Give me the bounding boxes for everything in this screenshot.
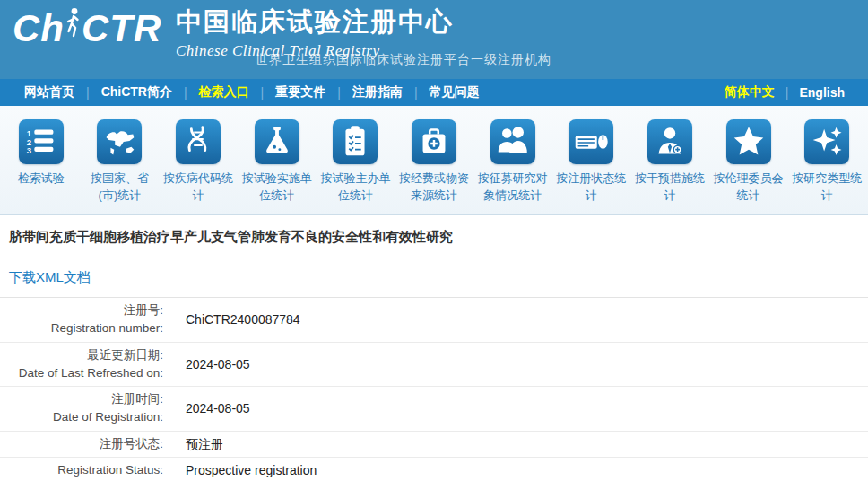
toolbar-item-label: 按国家、省(市)统计 xyxy=(82,171,156,205)
sparkles-icon xyxy=(804,119,849,164)
chictr-page: Ch CTR 中国临床试验注册中心 Chinese Clinical Trial… xyxy=(0,0,868,481)
toolbar-item[interactable]: 按疾病代码统计 xyxy=(159,106,238,214)
flask-icon xyxy=(255,119,299,164)
table-row: 注册号:Registration number:ChiCTR2400087784 xyxy=(0,298,868,343)
toolbar-item[interactable]: 按国家、省(市)统计 xyxy=(81,106,160,214)
toolbar-item[interactable]: 按试验主办单位统计 xyxy=(317,106,395,214)
toolbar-item-label: 按伦理委员会统计 xyxy=(712,171,786,205)
row-value: ChiCTR2400087784 xyxy=(175,302,868,338)
toolbar-item-label: 按试验实施单位统计 xyxy=(240,171,314,205)
doctor-icon xyxy=(647,119,692,164)
row-value: 2024-08-05 xyxy=(175,390,868,427)
language-option[interactable]: English xyxy=(788,85,855,100)
nav-item[interactable]: 网站首页 xyxy=(13,84,86,101)
toolbar-item-label: 按经费或物资来源统计 xyxy=(397,171,471,205)
page-title: 脐带间充质干细胞移植治疗早产儿支气管肺发育不良的安全性和有效性研究 xyxy=(0,215,868,258)
toolbar-item-label: 按征募研究对象情况统计 xyxy=(476,171,550,205)
nav-item[interactable]: 注册指南 xyxy=(341,84,414,101)
clipboard-icon xyxy=(333,119,378,164)
toolbar-item-label: 按疾病代码统计 xyxy=(161,171,235,205)
toolbar-item-label: 按注册状态统计 xyxy=(554,171,628,205)
runner-icon xyxy=(65,7,81,46)
people-icon xyxy=(490,119,535,164)
row-label-line: 注册号状态: xyxy=(0,435,163,453)
row-label-line: Date of Last Refreshed on: xyxy=(0,364,163,382)
row-label-line: Date of Registration: xyxy=(0,408,163,426)
row-label: 注册号:Registration number: xyxy=(0,302,175,338)
toolbar-item[interactable]: 按经费或物资来源统计 xyxy=(395,106,473,214)
nav-item[interactable]: ChiCTR简介 xyxy=(90,84,184,101)
xml-download-row: 下载XML文档 xyxy=(0,258,868,298)
language-switcher: 简体中文|English xyxy=(714,84,855,101)
logo-text-ch: Ch xyxy=(13,10,65,48)
row-label-line: 注册时间: xyxy=(0,390,163,408)
logo-text-ctr: CTR xyxy=(82,10,161,48)
dna-icon xyxy=(176,119,221,164)
site-header: Ch CTR 中国临床试验注册中心 Chinese Clinical Trial… xyxy=(0,0,868,79)
toolbar-item[interactable]: 按注册状态统计 xyxy=(551,106,630,214)
table-row: 注册时间:Date of Registration:2024-08-05 xyxy=(0,387,868,432)
row-value: 预注册 xyxy=(175,435,868,453)
download-xml-link[interactable]: 下载XML文档 xyxy=(9,269,91,284)
chictr-logo[interactable]: Ch CTR xyxy=(13,7,161,48)
row-label: Registration Status: xyxy=(0,461,175,479)
row-label: 最近更新日期:Date of Last Refreshed on: xyxy=(0,346,175,383)
nav-item[interactable]: 常见问题 xyxy=(418,84,491,101)
site-title-zh: 中国临床试验注册中心 xyxy=(176,4,454,40)
nav-item[interactable]: 重要文件 xyxy=(264,84,337,101)
world-map-icon xyxy=(97,119,142,164)
toolbar-item[interactable]: 按研究类型统计 xyxy=(787,106,866,214)
row-value: Prospective registration xyxy=(175,461,868,479)
toolbar-item-label: 按干预措施统计 xyxy=(633,171,707,205)
language-option[interactable]: 简体中文 xyxy=(714,84,786,101)
row-label: 注册时间:Date of Registration: xyxy=(0,390,175,427)
toolbar-item-label: 检索试验 xyxy=(4,171,78,188)
medical-bag-icon xyxy=(412,119,456,164)
toolbar-item[interactable]: 按征募研究对象情况统计 xyxy=(473,106,552,214)
svg-text:3: 3 xyxy=(27,145,31,155)
statistics-toolbar: 123检索试验按国家、省(市)统计按疾病代码统计按试验实施单位统计按试验主办单位… xyxy=(0,106,868,215)
row-label: 注册号状态: xyxy=(0,435,175,453)
row-label-line: Registration Status: xyxy=(0,461,163,479)
toolbar-item[interactable]: 按干预措施统计 xyxy=(630,106,709,214)
table-row: 最近更新日期:Date of Last Refreshed on:2024-08… xyxy=(0,343,868,388)
row-label-line: 注册号: xyxy=(0,302,163,319)
site-subtitle: 世界卫生组织国际临床试验注册平台一级注册机构 xyxy=(256,52,551,68)
toolbar-item[interactable]: 123检索试验 xyxy=(2,106,81,214)
row-label-line: 最近更新日期: xyxy=(0,346,163,364)
table-row: 注册号状态:预注册 xyxy=(0,432,868,458)
row-label-line: Registration number: xyxy=(0,319,163,337)
toolbar-item-label: 按研究类型统计 xyxy=(790,171,864,205)
table-row: Registration Status:Prospective registra… xyxy=(0,458,868,481)
toolbar-item-label: 按试验主办单位统计 xyxy=(318,171,392,205)
nav-menu: 网站首页|ChiCTR简介|检索入口|重要文件|注册指南|常见问题 xyxy=(13,84,714,101)
star-icon xyxy=(726,119,771,164)
main-nav: 网站首页|ChiCTR简介|检索入口|重要文件|注册指南|常见问题 简体中文|E… xyxy=(0,79,868,106)
row-value: 2024-08-05 xyxy=(175,346,868,383)
nav-item[interactable]: 检索入口 xyxy=(187,84,261,101)
registration-info-table: 注册号:Registration number:ChiCTR2400087784… xyxy=(0,298,868,481)
trial-detail: 脐带间充质干细胞移植治疗早产儿支气管肺发育不良的安全性和有效性研究 下载XML文… xyxy=(0,215,868,481)
toolbar-item[interactable]: 按试验实施单位统计 xyxy=(238,106,317,214)
keyboard-mouse-icon xyxy=(569,119,613,164)
toolbar-item[interactable]: 按伦理委员会统计 xyxy=(709,106,788,214)
numbered-list-icon: 123 xyxy=(19,119,64,164)
